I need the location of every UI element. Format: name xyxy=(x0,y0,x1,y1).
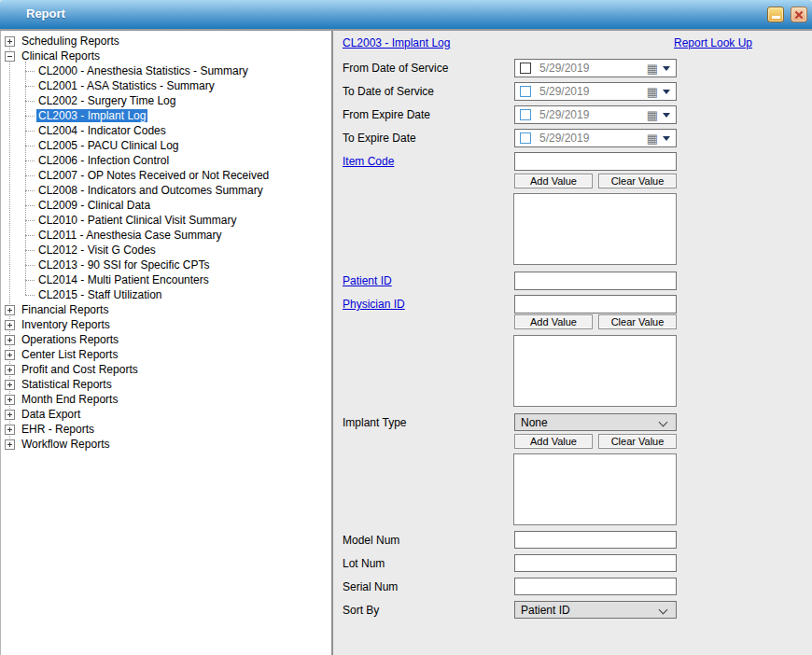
tree-item-label[interactable]: Month End Reports xyxy=(20,393,119,406)
item-code-clear-value-button[interactable]: Clear Value xyxy=(598,174,677,188)
tree-item-label[interactable]: Statistical Reports xyxy=(20,378,114,391)
dropdown-arrow-icon[interactable] xyxy=(663,66,670,71)
tree-item[interactable]: CL2000 - Anesthesia Statistics - Summary xyxy=(1,63,331,78)
expand-icon[interactable] xyxy=(5,380,15,390)
tree-item-label[interactable]: CL2007 - OP Notes Received or Not Receiv… xyxy=(36,169,271,182)
item-code-input[interactable] xyxy=(514,152,677,171)
date-enable-checkbox[interactable] xyxy=(520,132,531,144)
expand-icon[interactable] xyxy=(5,305,15,315)
to-expire-date-picker[interactable]: 5/29/2019 ▦ xyxy=(514,129,677,147)
tree-item[interactable]: CL2003 - Implant Log xyxy=(1,108,331,123)
physician-id-input[interactable] xyxy=(514,295,677,314)
tree-item[interactable]: Financial Reports xyxy=(1,302,331,317)
tree-item-label[interactable]: CL2010 - Patient Clinical Visit Summary xyxy=(36,214,239,227)
tree-item-label[interactable]: CL2008 - Indicators and Outcomes Summary xyxy=(36,184,265,197)
serial-num-input[interactable] xyxy=(514,578,677,595)
expand-icon[interactable] xyxy=(5,365,15,375)
patient-id-link[interactable]: Patient ID xyxy=(343,274,392,287)
expand-icon[interactable] xyxy=(5,320,15,330)
dropdown-arrow-icon[interactable] xyxy=(663,136,670,141)
report-lookup-link[interactable]: Report Look Up xyxy=(674,36,752,49)
expand-icon[interactable] xyxy=(5,439,15,450)
tree-item-label[interactable]: CL2011 - Anesthesia Case Summary xyxy=(36,229,224,242)
tree-item[interactable]: CL2013 - 90 SSI for Specific CPTs xyxy=(1,258,331,272)
tree-item-label[interactable]: Center List Reports xyxy=(20,348,119,361)
tree-item[interactable]: CL2007 - OP Notes Received or Not Receiv… xyxy=(1,168,331,183)
item-code-listbox[interactable] xyxy=(513,193,677,265)
tree-item[interactable]: CL2009 - Clinical Data xyxy=(1,198,331,213)
from-date-of-service-picker[interactable]: 5/29/2019 ▦ xyxy=(514,59,677,77)
implant-type-select[interactable]: None xyxy=(514,413,677,431)
tree-item-label[interactable]: Scheduling Reports xyxy=(20,35,121,48)
expand-icon[interactable] xyxy=(5,425,15,435)
close-button[interactable] xyxy=(791,7,807,22)
tree-item[interactable]: CL2014 - Multi Patient Encounters xyxy=(1,272,331,287)
tree-item[interactable]: Profit and Cost Reports xyxy=(1,362,331,377)
tree-item-label[interactable]: CL2001 - ASA Statistics - Summary xyxy=(36,79,217,92)
tree-item[interactable]: Operations Reports xyxy=(1,332,331,347)
tree-item-label[interactable]: Inventory Reports xyxy=(20,318,112,331)
collapse-icon[interactable] xyxy=(5,51,15,62)
tree-item[interactable]: CL2005 - PACU Clinical Log xyxy=(1,138,331,153)
tree-item-label[interactable]: CL2002 - Surgery Time Log xyxy=(36,94,177,107)
dropdown-arrow-icon[interactable] xyxy=(663,113,670,118)
tree-item[interactable]: CL2010 - Patient Clinical Visit Summary xyxy=(1,213,331,228)
physician-id-link[interactable]: Physician ID xyxy=(343,298,405,311)
tree-item-label[interactable]: Profit and Cost Reports xyxy=(20,363,140,376)
tree-item[interactable]: CL2008 - Indicators and Outcomes Summary xyxy=(1,183,331,198)
to-date-of-service-picker[interactable]: 5/29/2019 ▦ xyxy=(514,82,677,101)
minimize-button[interactable] xyxy=(767,7,784,22)
tree-item-label[interactable]: CL2012 - Visit G Codes xyxy=(36,244,158,257)
tree-item-label[interactable]: CL2006 - Infection Control xyxy=(36,154,171,167)
tree-item[interactable]: CL2015 - Staff Utilization xyxy=(1,287,331,302)
expand-icon[interactable] xyxy=(5,335,15,345)
id-clear-value-button[interactable]: Clear Value xyxy=(598,314,677,329)
tree-item[interactable]: CL2004 - Indicator Codes xyxy=(1,123,331,138)
item-code-add-value-button[interactable]: Add Value xyxy=(514,174,593,188)
tree-item[interactable]: CL2012 - Visit G Codes xyxy=(1,243,331,258)
tree-item[interactable]: CL2006 - Infection Control xyxy=(1,153,331,168)
tree-item[interactable]: CL2002 - Surgery Time Log xyxy=(1,93,331,108)
implant-type-listbox[interactable] xyxy=(513,453,677,525)
date-enable-checkbox[interactable] xyxy=(520,86,531,97)
tree-item-label[interactable]: CL2015 - Staff Utilization xyxy=(36,288,164,301)
tree-item-label[interactable]: Workflow Reports xyxy=(20,438,111,451)
item-code-link[interactable]: Item Code xyxy=(343,155,394,168)
tree-item[interactable]: Center List Reports xyxy=(1,347,331,362)
expand-icon[interactable] xyxy=(5,350,15,360)
tree-item[interactable]: Data Export xyxy=(1,407,331,422)
sort-by-select[interactable]: Patient ID xyxy=(514,601,677,619)
tree-item-label[interactable]: Data Export xyxy=(20,408,82,421)
dropdown-arrow-icon[interactable] xyxy=(663,90,670,94)
patient-id-input[interactable] xyxy=(514,272,677,290)
model-num-input[interactable] xyxy=(514,531,677,549)
tree-item[interactable]: Workflow Reports xyxy=(1,437,331,452)
tree-item-label[interactable]: Operations Reports xyxy=(20,333,120,346)
tree-item-label[interactable]: EHR - Reports xyxy=(20,423,96,436)
tree-item-label[interactable]: Financial Reports xyxy=(20,303,110,316)
tree-item-label[interactable]: CL2000 - Anesthesia Statistics - Summary xyxy=(36,64,250,77)
report-title-link[interactable]: CL2003 - Implant Log xyxy=(343,36,450,49)
tree-item[interactable]: Month End Reports xyxy=(1,392,331,407)
id-add-value-button[interactable]: Add Value xyxy=(514,314,593,329)
tree-item-label[interactable]: CL2004 - Indicator Codes xyxy=(36,124,168,137)
tree-item-label[interactable]: CL2013 - 90 SSI for Specific CPTs xyxy=(36,258,211,272)
tree-item[interactable]: Clinical Reports xyxy=(1,49,331,63)
implant-type-add-value-button[interactable]: Add Value xyxy=(514,434,593,449)
tree-item[interactable]: CL2011 - Anesthesia Case Summary xyxy=(1,228,331,243)
tree-item[interactable]: Scheduling Reports xyxy=(1,34,331,49)
expand-icon[interactable] xyxy=(5,36,15,47)
lot-num-input[interactable] xyxy=(514,554,677,572)
tree-item-label[interactable]: CL2009 - Clinical Data xyxy=(36,199,152,212)
implant-type-clear-value-button[interactable]: Clear Value xyxy=(598,434,677,449)
tree-item[interactable]: EHR - Reports xyxy=(1,422,331,437)
tree-item[interactable]: Inventory Reports xyxy=(1,317,331,332)
from-expire-date-picker[interactable]: 5/29/2019 ▦ xyxy=(514,105,677,124)
tree-item[interactable]: Statistical Reports xyxy=(1,377,331,392)
tree-item-label[interactable]: CL2003 - Implant Log xyxy=(36,109,147,122)
tree-item-label[interactable]: CL2014 - Multi Patient Encounters xyxy=(36,273,211,286)
tree-item-label[interactable]: CL2005 - PACU Clinical Log xyxy=(36,139,181,152)
date-enable-checkbox[interactable] xyxy=(520,109,531,120)
expand-icon[interactable] xyxy=(5,395,15,405)
id-values-listbox[interactable] xyxy=(513,335,677,407)
